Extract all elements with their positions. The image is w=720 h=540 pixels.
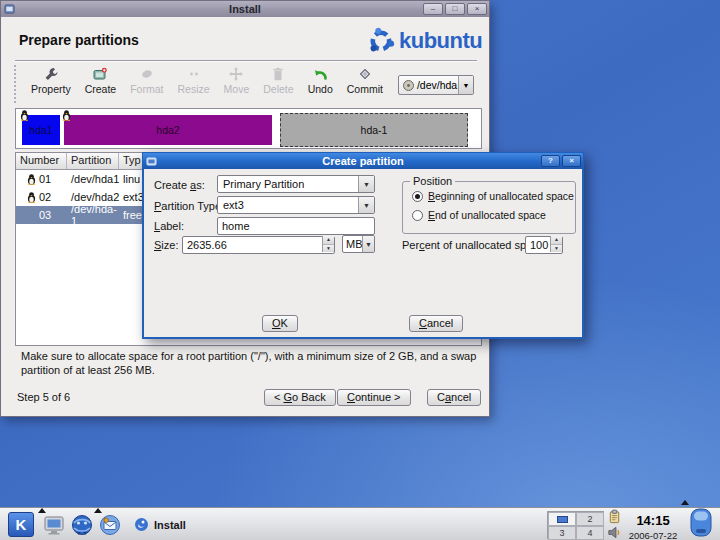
chevron-down-icon[interactable]: ▼ (358, 176, 374, 192)
partition-block-hda2[interactable]: hda2 (64, 115, 272, 145)
cell-number: 02 (39, 191, 51, 203)
wrench-icon (43, 66, 59, 82)
minimize-icon[interactable]: – (423, 3, 443, 15)
commit-icon (357, 66, 373, 82)
move-button: Move (217, 65, 257, 96)
pager-desktop-3[interactable]: 3 (548, 526, 576, 540)
radio-end-label[interactable]: End of unallocated space (428, 209, 546, 221)
device-select[interactable]: /dev/hda ▼ (398, 75, 474, 95)
radio-beginning-label[interactable]: Beginning of unallocated space (428, 190, 574, 202)
spin-up-icon[interactable]: ▲ (551, 236, 562, 245)
partition-graph: hda1 hda2 hda-1 (15, 108, 482, 149)
kontact-icon[interactable] (98, 513, 122, 537)
create-label: Create (85, 83, 117, 95)
pager-desktop-4[interactable]: 4 (576, 526, 604, 540)
kubuntu-logo: kubuntu (367, 27, 482, 55)
konqueror-icon[interactable] (70, 513, 94, 537)
desktop: Install – □ × Prepare partitions kubuntu (0, 0, 720, 540)
cell-number: 03 (39, 209, 51, 221)
label-label: Label: (154, 220, 184, 232)
ok-button[interactable]: OK (262, 315, 298, 332)
undo-button[interactable]: Undo (301, 65, 340, 96)
create-button[interactable]: Create (78, 65, 124, 96)
create-as-label: Create as: (154, 179, 205, 191)
maximize-icon[interactable]: □ (445, 3, 465, 15)
spin-down-icon[interactable]: ▼ (551, 245, 562, 253)
volume-icon[interactable] (607, 525, 622, 540)
create-partition-dialog: Create partition ? × Create as: Primary … (142, 152, 584, 339)
spin-down-icon[interactable]: ▼ (323, 245, 334, 253)
wizard-cancel-button[interactable]: Cancel (427, 389, 481, 406)
partition-type-select[interactable]: ext3 ▼ (217, 196, 375, 214)
radio-beginning-of-space[interactable] (412, 191, 423, 202)
dialog-titlebar[interactable]: Create partition ? × (143, 153, 583, 169)
install-task-icon (134, 517, 149, 532)
column-header-number[interactable]: Number (16, 153, 67, 169)
desktop-pager: 2 3 4 (547, 511, 604, 539)
dialog-title: Create partition (143, 155, 583, 167)
popup-arrow-icon (681, 500, 689, 505)
disk-icon (402, 79, 415, 92)
column-header-partition[interactable]: Partition (67, 153, 119, 169)
chevron-down-icon[interactable]: ▼ (362, 236, 374, 252)
partition-block-label: hda-1 (361, 124, 388, 136)
klipper-icon[interactable] (607, 509, 622, 524)
chevron-down-icon[interactable]: ▼ (458, 76, 473, 94)
tux-icon (27, 174, 36, 185)
property-button[interactable]: Property (24, 65, 78, 96)
header-separator (15, 60, 477, 62)
install-window-titlebar[interactable]: Install – □ × (1, 1, 489, 17)
delete-button: Delete (256, 65, 300, 96)
show-desktop-icon[interactable] (42, 513, 66, 537)
clock-date: 2006-07-22 (622, 530, 684, 540)
storage-device-icon[interactable] (688, 507, 714, 538)
pager-desktop-2[interactable]: 2 (576, 512, 604, 526)
resize-label: Resize (177, 83, 209, 95)
kubuntu-logo-text: kubuntu (399, 28, 482, 54)
resize-button: Resize (170, 65, 216, 96)
kmenu-button[interactable]: K (8, 512, 34, 537)
mini-window-icon (557, 516, 568, 523)
format-label: Format (130, 83, 163, 95)
tux-icon (20, 110, 29, 121)
go-back-button[interactable]: < Go Back (264, 389, 336, 406)
commit-label: Commit (347, 83, 383, 95)
chevron-down-icon[interactable]: ▼ (358, 197, 374, 213)
cell-number: 01 (39, 173, 51, 185)
close-icon[interactable]: × (562, 155, 581, 167)
pager-desktop-1[interactable] (548, 512, 576, 526)
undo-icon (312, 66, 328, 82)
taskbar-task-install[interactable]: Install (128, 511, 224, 538)
partition-block-label: hda2 (156, 124, 179, 136)
commit-button[interactable]: Commit (340, 65, 390, 96)
format-button: Format (123, 65, 170, 96)
size-spinner[interactable]: ▲▼ (322, 236, 334, 252)
create-as-select[interactable]: Primary Partition ▼ (217, 175, 375, 193)
position-group-title: Position (410, 175, 455, 187)
radio-end-of-space[interactable] (412, 210, 423, 221)
partition-block-label: hda1 (29, 124, 52, 136)
clock[interactable]: 14:15 2006-07-22 (622, 513, 684, 540)
move-icon (228, 66, 244, 82)
spin-up-icon[interactable]: ▲ (323, 236, 334, 245)
size-input[interactable] (182, 236, 335, 254)
label-input[interactable] (217, 217, 375, 235)
dialog-cancel-button[interactable]: Cancel (409, 315, 463, 332)
continue-button[interactable]: Continue > (337, 389, 411, 406)
move-label: Move (224, 83, 250, 95)
close-icon[interactable]: × (467, 3, 487, 15)
resize-icon (186, 66, 202, 82)
tux-icon (27, 192, 36, 203)
help-icon[interactable]: ? (541, 155, 560, 167)
percent-spinner[interactable]: ▲▼ (550, 236, 562, 252)
position-groupbox: Position Beginning of unallocated space … (402, 181, 576, 234)
size-unit-select[interactable]: MB ▼ (342, 235, 375, 253)
size-unit-value: MB (343, 238, 362, 250)
create-as-value: Primary Partition (218, 178, 358, 190)
toolbar-drag-handle[interactable] (14, 65, 20, 103)
device-select-value: /dev/hda (415, 79, 458, 91)
cell-partition: /dev/hda-1 (67, 203, 119, 227)
window-title: Install (1, 3, 489, 15)
size-label: Size: (154, 239, 178, 251)
partition-block-hda-1[interactable]: hda-1 (280, 113, 468, 147)
